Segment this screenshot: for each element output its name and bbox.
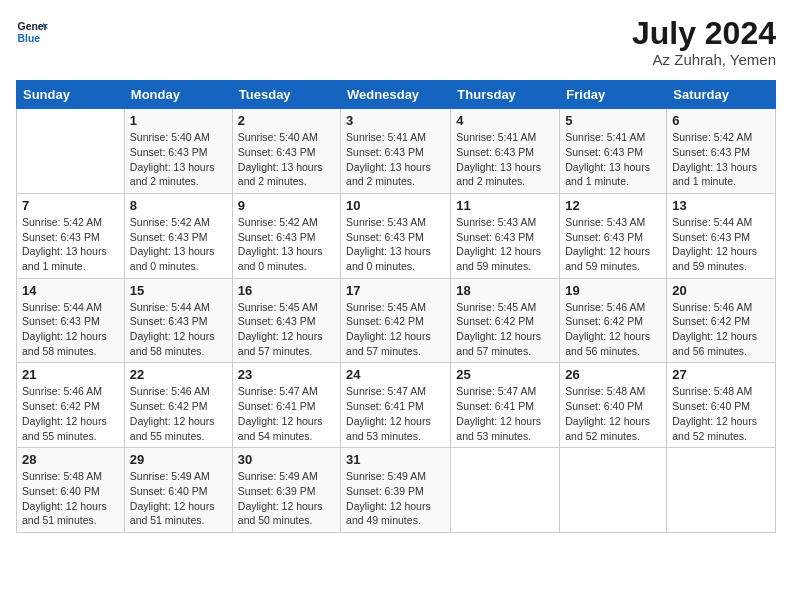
day-number: 27: [672, 367, 770, 382]
day-info: Sunrise: 5:41 AM Sunset: 6:43 PM Dayligh…: [565, 130, 661, 189]
calendar-day-cell: 21Sunrise: 5:46 AM Sunset: 6:42 PM Dayli…: [17, 363, 125, 448]
calendar-day-cell: 19Sunrise: 5:46 AM Sunset: 6:42 PM Dayli…: [560, 278, 667, 363]
calendar-day-cell: 8Sunrise: 5:42 AM Sunset: 6:43 PM Daylig…: [124, 193, 232, 278]
day-number: 18: [456, 283, 554, 298]
calendar-day-cell: 31Sunrise: 5:49 AM Sunset: 6:39 PM Dayli…: [341, 448, 451, 533]
day-info: Sunrise: 5:43 AM Sunset: 6:43 PM Dayligh…: [565, 215, 661, 274]
day-number: 15: [130, 283, 227, 298]
day-number: 25: [456, 367, 554, 382]
day-number: 30: [238, 452, 335, 467]
calendar-day-cell: [667, 448, 776, 533]
day-info: Sunrise: 5:44 AM Sunset: 6:43 PM Dayligh…: [130, 300, 227, 359]
calendar-header-cell: Sunday: [17, 81, 125, 109]
calendar-week-row: 7Sunrise: 5:42 AM Sunset: 6:43 PM Daylig…: [17, 193, 776, 278]
day-info: Sunrise: 5:47 AM Sunset: 6:41 PM Dayligh…: [346, 384, 445, 443]
day-info: Sunrise: 5:42 AM Sunset: 6:43 PM Dayligh…: [672, 130, 770, 189]
page-header: General Blue July 2024 Az Zuhrah, Yemen: [16, 16, 776, 68]
day-number: 6: [672, 113, 770, 128]
title-block: July 2024 Az Zuhrah, Yemen: [632, 16, 776, 68]
day-number: 28: [22, 452, 119, 467]
calendar-day-cell: 5Sunrise: 5:41 AM Sunset: 6:43 PM Daylig…: [560, 109, 667, 194]
day-number: 31: [346, 452, 445, 467]
day-info: Sunrise: 5:46 AM Sunset: 6:42 PM Dayligh…: [565, 300, 661, 359]
day-number: 4: [456, 113, 554, 128]
calendar-week-row: 1Sunrise: 5:40 AM Sunset: 6:43 PM Daylig…: [17, 109, 776, 194]
calendar-header-cell: Thursday: [451, 81, 560, 109]
day-number: 22: [130, 367, 227, 382]
day-number: 1: [130, 113, 227, 128]
day-number: 17: [346, 283, 445, 298]
calendar-day-cell: 17Sunrise: 5:45 AM Sunset: 6:42 PM Dayli…: [341, 278, 451, 363]
day-info: Sunrise: 5:45 AM Sunset: 6:42 PM Dayligh…: [346, 300, 445, 359]
day-number: 14: [22, 283, 119, 298]
day-info: Sunrise: 5:43 AM Sunset: 6:43 PM Dayligh…: [456, 215, 554, 274]
calendar-week-row: 21Sunrise: 5:46 AM Sunset: 6:42 PM Dayli…: [17, 363, 776, 448]
day-info: Sunrise: 5:48 AM Sunset: 6:40 PM Dayligh…: [672, 384, 770, 443]
calendar-day-cell: 11Sunrise: 5:43 AM Sunset: 6:43 PM Dayli…: [451, 193, 560, 278]
calendar-day-cell: 29Sunrise: 5:49 AM Sunset: 6:40 PM Dayli…: [124, 448, 232, 533]
calendar-header-cell: Saturday: [667, 81, 776, 109]
day-number: 12: [565, 198, 661, 213]
logo-icon: General Blue: [16, 16, 48, 48]
day-number: 3: [346, 113, 445, 128]
calendar-day-cell: 3Sunrise: 5:41 AM Sunset: 6:43 PM Daylig…: [341, 109, 451, 194]
calendar-day-cell: 30Sunrise: 5:49 AM Sunset: 6:39 PM Dayli…: [232, 448, 340, 533]
calendar-day-cell: [17, 109, 125, 194]
calendar-day-cell: 20Sunrise: 5:46 AM Sunset: 6:42 PM Dayli…: [667, 278, 776, 363]
day-info: Sunrise: 5:42 AM Sunset: 6:43 PM Dayligh…: [130, 215, 227, 274]
calendar-day-cell: 2Sunrise: 5:40 AM Sunset: 6:43 PM Daylig…: [232, 109, 340, 194]
calendar-day-cell: 14Sunrise: 5:44 AM Sunset: 6:43 PM Dayli…: [17, 278, 125, 363]
calendar-week-row: 14Sunrise: 5:44 AM Sunset: 6:43 PM Dayli…: [17, 278, 776, 363]
calendar-table: SundayMondayTuesdayWednesdayThursdayFrid…: [16, 80, 776, 533]
calendar-day-cell: 18Sunrise: 5:45 AM Sunset: 6:42 PM Dayli…: [451, 278, 560, 363]
day-number: 8: [130, 198, 227, 213]
day-number: 7: [22, 198, 119, 213]
svg-text:Blue: Blue: [18, 33, 41, 44]
calendar-header-row: SundayMondayTuesdayWednesdayThursdayFrid…: [17, 81, 776, 109]
day-info: Sunrise: 5:42 AM Sunset: 6:43 PM Dayligh…: [238, 215, 335, 274]
day-info: Sunrise: 5:41 AM Sunset: 6:43 PM Dayligh…: [346, 130, 445, 189]
calendar-day-cell: 4Sunrise: 5:41 AM Sunset: 6:43 PM Daylig…: [451, 109, 560, 194]
day-info: Sunrise: 5:40 AM Sunset: 6:43 PM Dayligh…: [130, 130, 227, 189]
day-number: 11: [456, 198, 554, 213]
day-info: Sunrise: 5:46 AM Sunset: 6:42 PM Dayligh…: [22, 384, 119, 443]
day-info: Sunrise: 5:48 AM Sunset: 6:40 PM Dayligh…: [22, 469, 119, 528]
day-info: Sunrise: 5:46 AM Sunset: 6:42 PM Dayligh…: [672, 300, 770, 359]
day-number: 10: [346, 198, 445, 213]
calendar-day-cell: 16Sunrise: 5:45 AM Sunset: 6:43 PM Dayli…: [232, 278, 340, 363]
calendar-day-cell: 9Sunrise: 5:42 AM Sunset: 6:43 PM Daylig…: [232, 193, 340, 278]
day-number: 5: [565, 113, 661, 128]
day-info: Sunrise: 5:40 AM Sunset: 6:43 PM Dayligh…: [238, 130, 335, 189]
day-number: 23: [238, 367, 335, 382]
calendar-body: 1Sunrise: 5:40 AM Sunset: 6:43 PM Daylig…: [17, 109, 776, 533]
calendar-day-cell: [451, 448, 560, 533]
calendar-day-cell: 25Sunrise: 5:47 AM Sunset: 6:41 PM Dayli…: [451, 363, 560, 448]
day-number: 20: [672, 283, 770, 298]
day-number: 16: [238, 283, 335, 298]
day-info: Sunrise: 5:48 AM Sunset: 6:40 PM Dayligh…: [565, 384, 661, 443]
calendar-day-cell: 26Sunrise: 5:48 AM Sunset: 6:40 PM Dayli…: [560, 363, 667, 448]
day-number: 13: [672, 198, 770, 213]
calendar-header-cell: Tuesday: [232, 81, 340, 109]
month-year: July 2024: [632, 16, 776, 51]
location: Az Zuhrah, Yemen: [632, 51, 776, 68]
calendar-day-cell: 23Sunrise: 5:47 AM Sunset: 6:41 PM Dayli…: [232, 363, 340, 448]
calendar-day-cell: 6Sunrise: 5:42 AM Sunset: 6:43 PM Daylig…: [667, 109, 776, 194]
day-info: Sunrise: 5:47 AM Sunset: 6:41 PM Dayligh…: [238, 384, 335, 443]
day-number: 21: [22, 367, 119, 382]
day-number: 19: [565, 283, 661, 298]
calendar-day-cell: 1Sunrise: 5:40 AM Sunset: 6:43 PM Daylig…: [124, 109, 232, 194]
calendar-day-cell: 15Sunrise: 5:44 AM Sunset: 6:43 PM Dayli…: [124, 278, 232, 363]
day-number: 29: [130, 452, 227, 467]
day-info: Sunrise: 5:41 AM Sunset: 6:43 PM Dayligh…: [456, 130, 554, 189]
day-info: Sunrise: 5:42 AM Sunset: 6:43 PM Dayligh…: [22, 215, 119, 274]
calendar-day-cell: 10Sunrise: 5:43 AM Sunset: 6:43 PM Dayli…: [341, 193, 451, 278]
day-info: Sunrise: 5:44 AM Sunset: 6:43 PM Dayligh…: [22, 300, 119, 359]
day-info: Sunrise: 5:45 AM Sunset: 6:42 PM Dayligh…: [456, 300, 554, 359]
calendar-day-cell: 28Sunrise: 5:48 AM Sunset: 6:40 PM Dayli…: [17, 448, 125, 533]
calendar-day-cell: [560, 448, 667, 533]
day-number: 26: [565, 367, 661, 382]
day-number: 24: [346, 367, 445, 382]
calendar-day-cell: 24Sunrise: 5:47 AM Sunset: 6:41 PM Dayli…: [341, 363, 451, 448]
day-info: Sunrise: 5:49 AM Sunset: 6:39 PM Dayligh…: [238, 469, 335, 528]
